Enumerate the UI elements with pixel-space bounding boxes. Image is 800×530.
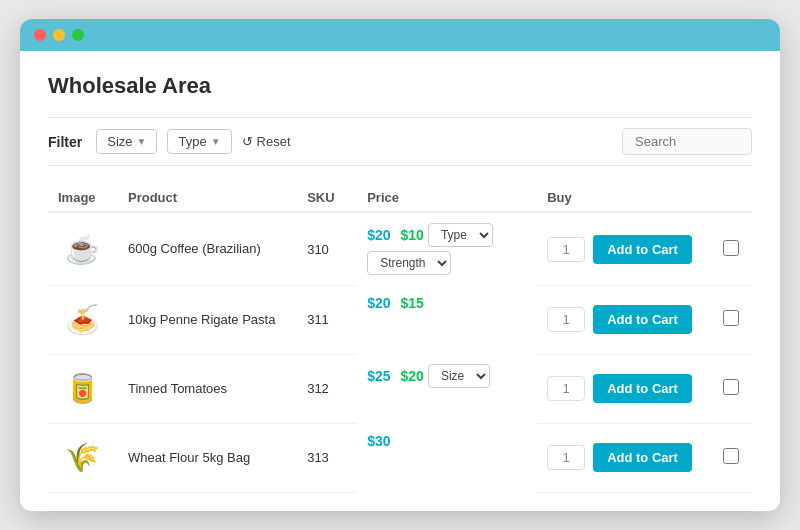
- products-table: Image Product SKU Price Buy ☕600g Coffee…: [48, 184, 752, 493]
- sku-cell: 313: [297, 423, 357, 492]
- reset-button[interactable]: ↺ Reset: [242, 134, 291, 149]
- table-row: 🌾Wheat Flour 5kg Bag313$30Add to Cart: [48, 423, 752, 492]
- price-cell: $30: [357, 423, 537, 459]
- quantity-input[interactable]: [547, 445, 585, 470]
- product-image-cell: 🌾: [48, 423, 118, 492]
- row-checkbox-cell: [713, 212, 752, 285]
- price-cell: $20$15: [357, 285, 537, 321]
- product-name: Wheat Flour 5kg Bag: [128, 449, 287, 467]
- table-row: ☕600g Coffee (Brazilian)310$20$10TypeStr…: [48, 212, 752, 285]
- chevron-down-icon: ▼: [137, 136, 147, 147]
- buy-controls: Add to Cart: [547, 443, 703, 472]
- sku-cell: 311: [297, 285, 357, 354]
- filter-bar: Filter Size ▼ Type ▼ ↺ Reset: [48, 117, 752, 166]
- price-new: $20: [401, 368, 424, 384]
- buy-controls: Add to Cart: [547, 305, 703, 334]
- titlebar: [20, 19, 780, 51]
- price-value: $30: [367, 433, 390, 449]
- table-row: 🍝10kg Penne Rigate Pasta311$20$15Add to …: [48, 285, 752, 354]
- size-select[interactable]: Size: [428, 364, 490, 388]
- table-header-row: Image Product SKU Price Buy: [48, 184, 752, 212]
- row-checkbox[interactable]: [723, 240, 739, 256]
- row-checkbox-cell: [713, 285, 752, 354]
- product-name-cell: 10kg Penne Rigate Pasta: [118, 285, 297, 354]
- product-name: Tinned Tomatoes: [128, 380, 287, 398]
- add-to-cart-button[interactable]: Add to Cart: [593, 443, 692, 472]
- table-row: 🥫Tinned Tomatoes312$25$20SizeAdd to Cart: [48, 354, 752, 423]
- dot-green[interactable]: [72, 29, 84, 41]
- col-product: Product: [118, 184, 297, 212]
- strength-select[interactable]: Strength: [367, 251, 451, 275]
- price-old: $25: [367, 368, 390, 384]
- col-check: [713, 184, 752, 212]
- page-title: Wholesale Area: [48, 73, 752, 99]
- sku-cell: 310: [297, 212, 357, 285]
- row-checkbox-cell: [713, 354, 752, 423]
- row-checkbox[interactable]: [723, 448, 739, 464]
- quantity-input[interactable]: [547, 237, 585, 262]
- product-image-cell: ☕: [48, 212, 118, 285]
- product-name-cell: Wheat Flour 5kg Bag: [118, 423, 297, 492]
- add-to-cart-button[interactable]: Add to Cart: [593, 235, 692, 264]
- add-to-cart-button[interactable]: Add to Cart: [593, 305, 692, 334]
- search-input[interactable]: [622, 128, 752, 155]
- buy-cell: Add to Cart: [537, 354, 713, 423]
- product-image: 🥫: [58, 365, 106, 413]
- app-window: Wholesale Area Filter Size ▼ Type ▼ ↺ Re…: [20, 19, 780, 511]
- product-image: 🍝: [58, 296, 106, 344]
- price-new: $10: [401, 227, 424, 243]
- buy-controls: Add to Cart: [547, 235, 703, 264]
- col-sku: SKU: [297, 184, 357, 212]
- price-new: $15: [401, 295, 424, 311]
- product-name: 600g Coffee (Brazilian): [128, 240, 287, 258]
- product-image-cell: 🥫: [48, 354, 118, 423]
- filter-label: Filter: [48, 134, 82, 150]
- product-image: 🌾: [58, 434, 106, 482]
- col-price: Price: [357, 184, 537, 212]
- buy-cell: Add to Cart: [537, 423, 713, 492]
- product-name-cell: Tinned Tomatoes: [118, 354, 297, 423]
- dot-red[interactable]: [34, 29, 46, 41]
- type-select[interactable]: Type: [428, 223, 493, 247]
- row-checkbox[interactable]: [723, 310, 739, 326]
- price-cell: $20$10TypeStrength: [357, 213, 537, 285]
- quantity-input[interactable]: [547, 376, 585, 401]
- reset-icon: ↺: [242, 134, 253, 149]
- content-area: Wholesale Area Filter Size ▼ Type ▼ ↺ Re…: [20, 51, 780, 511]
- dot-yellow[interactable]: [53, 29, 65, 41]
- price-cell: $25$20Size: [357, 354, 537, 398]
- row-checkbox-cell: [713, 423, 752, 492]
- price-old: $20: [367, 295, 390, 311]
- size-filter-button[interactable]: Size ▼: [96, 129, 157, 154]
- buy-cell: Add to Cart: [537, 285, 713, 354]
- quantity-input[interactable]: [547, 307, 585, 332]
- type-filter-button[interactable]: Type ▼: [167, 129, 231, 154]
- product-image-cell: 🍝: [48, 285, 118, 354]
- price-old: $20: [367, 227, 390, 243]
- add-to-cart-button[interactable]: Add to Cart: [593, 374, 692, 403]
- col-image: Image: [48, 184, 118, 212]
- product-name: 10kg Penne Rigate Pasta: [128, 311, 287, 329]
- product-name-cell: 600g Coffee (Brazilian): [118, 212, 297, 285]
- buy-controls: Add to Cart: [547, 374, 703, 403]
- sku-cell: 312: [297, 354, 357, 423]
- col-buy: Buy: [537, 184, 713, 212]
- chevron-down-icon: ▼: [211, 136, 221, 147]
- row-checkbox[interactable]: [723, 379, 739, 395]
- product-image: ☕: [58, 225, 106, 273]
- buy-cell: Add to Cart: [537, 212, 713, 285]
